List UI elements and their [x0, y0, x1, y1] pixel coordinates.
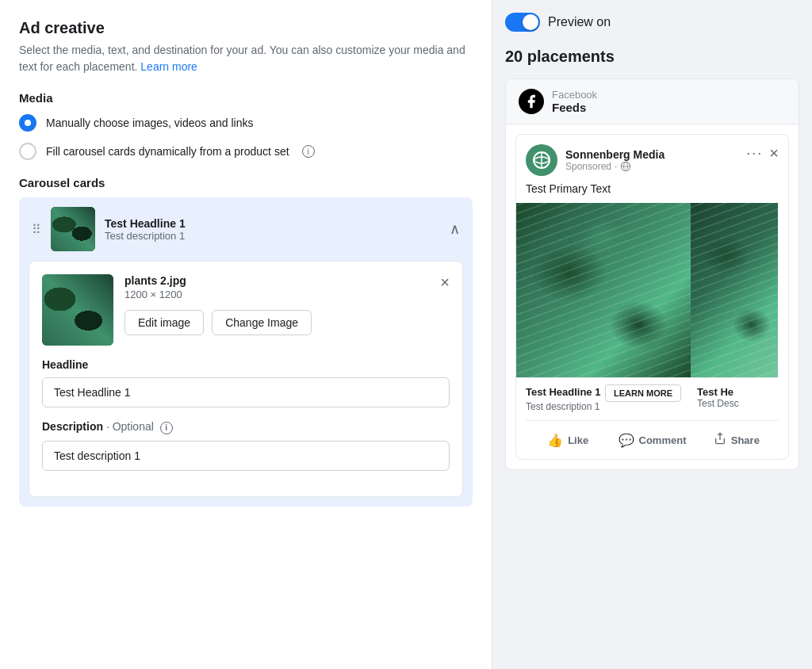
headline-input[interactable] — [42, 377, 450, 407]
primary-text: Test Primary Text — [516, 182, 788, 203]
share-svg-icon — [714, 432, 726, 445]
advertiser-avatar — [526, 144, 557, 176]
preview-header: Preview on — [505, 13, 799, 32]
edit-image-button[interactable]: Edit image — [124, 310, 204, 335]
ad-controls: ··· × — [746, 144, 779, 162]
preview-on-label: Preview on — [548, 15, 611, 29]
placement-group-facebook: Facebook Feeds — [505, 78, 799, 470]
comment-button[interactable]: 💬 Comment — [610, 428, 694, 453]
like-icon: 👍 — [547, 433, 563, 448]
drag-handle-icon[interactable]: ⠿ — [32, 222, 41, 237]
remove-image-button[interactable]: × — [440, 274, 450, 290]
description-input[interactable] — [42, 441, 450, 471]
carousel-card-bottom-1: LEARN MORE Test Headline 1 Test descript… — [516, 377, 691, 420]
change-image-button[interactable]: Change Image — [212, 310, 312, 335]
page-description: Select the media, text, and destination … — [19, 42, 473, 75]
carousel-item-1: LEARN MORE Test Headline 1 Test descript… — [516, 203, 691, 420]
like-button[interactable]: 👍 Like — [526, 428, 610, 453]
description-info-icon[interactable]: i — [160, 422, 173, 434]
collapse-icon[interactable]: ∧ — [450, 220, 460, 238]
facebook-logo-icon — [519, 89, 544, 114]
advertiser-avatar-icon — [532, 151, 551, 170]
sponsored-label: Sponsored — [565, 161, 611, 172]
cta-button[interactable]: LEARN MORE — [605, 384, 681, 402]
globe-icon — [620, 161, 631, 172]
page-title: Ad creative — [19, 19, 473, 37]
ad-preview: Sonnenberg Media Sponsored · — [506, 124, 799, 469]
upload-info: plants 2.jpg 1200 × 1200 Edit image Chan… — [124, 274, 429, 335]
ad-actions: 👍 Like 💬 Comment — [526, 420, 779, 459]
left-panel: Ad creative Select the media, text, and … — [0, 0, 492, 669]
card-thumb-image — [51, 207, 95, 251]
radio-circle-manual[interactable] — [19, 114, 36, 132]
like-label: Like — [568, 434, 588, 446]
media-radio-group: Manually choose images, videos and links… — [19, 114, 473, 160]
info-icon-dynamic[interactable]: i — [302, 145, 315, 158]
optional-label: · Optional — [106, 420, 154, 433]
radio-label-manual: Manually choose images, videos and links — [46, 117, 253, 129]
upload-actions: Edit image Change Image — [124, 310, 429, 335]
carousel-image-side — [691, 203, 778, 377]
card-info: Test Headline 1 Test description 1 — [105, 217, 440, 242]
carousel-item-2: Test He Test Desc — [691, 203, 778, 420]
card-header-description: Test description 1 — [105, 230, 440, 242]
radio-manual[interactable]: Manually choose images, videos and links — [19, 114, 473, 132]
right-panel: Preview on 20 placements Facebook Feeds — [492, 0, 812, 669]
upload-thumb-image — [42, 274, 113, 346]
carousel-desc-1: Test description 1 — [526, 401, 681, 412]
close-ad-button[interactable]: × — [769, 144, 779, 162]
carousel-images: LEARN MORE Test Headline 1 Test descript… — [516, 203, 788, 420]
toggle-thumb — [523, 14, 538, 30]
facebook-f-icon — [523, 94, 539, 109]
carousel-card: ⠿ Test Headline 1 Test description 1 ∧ p… — [19, 197, 473, 507]
headline-field-label: Headline — [42, 358, 450, 371]
share-label: Share — [731, 434, 760, 446]
ad-preview-top: Sonnenberg Media Sponsored · — [516, 135, 788, 182]
carousel-desc-2: Test Desc — [697, 398, 772, 409]
placements-title: 20 placements — [505, 48, 799, 66]
upload-filename: plants 2.jpg — [124, 274, 429, 287]
placement-header: Facebook Feeds — [506, 79, 799, 124]
carousel-card-header: ⠿ Test Headline 1 Test description 1 ∧ — [19, 197, 473, 261]
upload-dimensions: 1200 × 1200 — [124, 289, 429, 300]
preview-toggle[interactable] — [505, 13, 540, 32]
placement-type: Feeds — [552, 101, 597, 114]
comment-icon: 💬 — [619, 433, 634, 448]
advertiser-name: Sonnenberg Media — [565, 148, 665, 161]
comment-label: Comment — [639, 434, 687, 446]
leaf-pattern — [516, 203, 691, 377]
carousel-image-main — [516, 203, 691, 377]
share-icon — [714, 432, 726, 448]
advertiser-details: Sonnenberg Media Sponsored · — [565, 148, 665, 172]
ad-preview-inner: Sonnenberg Media Sponsored · — [515, 134, 789, 460]
placement-platform: Facebook — [552, 89, 597, 101]
learn-more-link[interactable]: Learn more — [140, 60, 197, 73]
description-field-label: Description · Optional i — [42, 420, 450, 434]
toggle-track[interactable] — [505, 13, 540, 32]
radio-circle-dynamic[interactable] — [19, 143, 36, 160]
carousel-headline-2: Test He — [697, 386, 772, 398]
radio-label-dynamic: Fill carousel cards dynamically from a p… — [46, 145, 289, 158]
sponsored-row: Sponsored · — [565, 161, 665, 172]
card-thumbnail — [51, 207, 95, 251]
more-options-button[interactable]: ··· — [746, 145, 763, 162]
upload-thumbnail — [42, 274, 113, 346]
image-upload-row: plants 2.jpg 1200 × 1200 Edit image Chan… — [42, 274, 450, 346]
radio-dynamic[interactable]: Fill carousel cards dynamically from a p… — [19, 143, 473, 160]
card-header-headline: Test Headline 1 — [105, 217, 440, 230]
leaf-pattern-side — [691, 203, 778, 377]
carousel-section-title: Carousel cards — [19, 176, 473, 189]
advertiser-info: Sonnenberg Media Sponsored · — [526, 144, 665, 176]
carousel-card-bottom-2: Test He Test Desc — [691, 377, 778, 417]
share-button[interactable]: Share — [695, 427, 779, 453]
placement-name-group: Facebook Feeds — [552, 89, 597, 114]
card-expanded-content: plants 2.jpg 1200 × 1200 Edit image Chan… — [29, 261, 463, 497]
sponsored-separator: · — [615, 161, 617, 172]
media-section-title: Media — [19, 91, 473, 105]
